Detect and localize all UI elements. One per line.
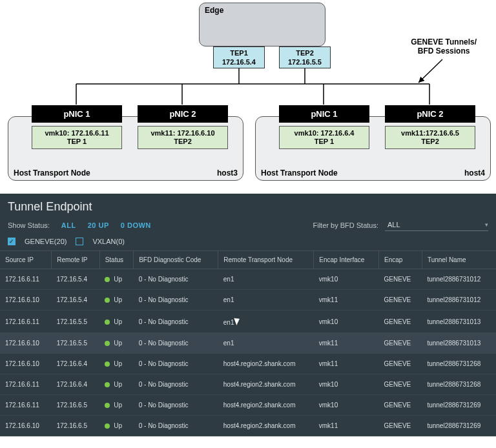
table-cell: Up — [99, 311, 134, 333]
table-cell: 0 - No Diagnostic — [134, 374, 218, 395]
tunnel-endpoint-panel: Tunnel Endpoint Show Status: ALL 20 UP 0… — [0, 194, 496, 436]
filter-down-button[interactable]: 0 DOWN — [121, 221, 151, 229]
table-cell: 172.16.6.10 — [0, 416, 52, 436]
table-row[interactable]: 172.16.6.11172.16.5.4Up0 - No Diagnostic… — [0, 269, 496, 290]
table-cell: 0 - No Diagnostic — [134, 354, 218, 374]
status-up-icon — [105, 423, 110, 429]
table-cell: vmk10 — [314, 374, 379, 395]
status-up-icon — [105, 277, 110, 282]
table-cell: 172.16.6.4 — [52, 354, 99, 374]
table-cell: GENEVE — [379, 395, 422, 416]
table-cell: 172.16.6.5 — [52, 416, 99, 436]
table-cell: 172.16.6.10 — [0, 290, 52, 311]
bfd-filter-value: ALL — [388, 221, 400, 229]
table-cell: host4.region2.shank.com — [218, 395, 314, 416]
geneve-checkbox-label: GENEVE(20) — [25, 238, 67, 245]
status-up-icon — [105, 298, 110, 303]
col-remote-ip[interactable]: Remote IP — [52, 251, 99, 269]
table-cell: tunnel2886731269 — [422, 395, 496, 416]
table-cell: vmk10 — [314, 395, 379, 416]
panel-title: Tunnel Endpoint — [0, 194, 496, 216]
col-status[interactable]: Status — [99, 251, 134, 269]
table-cell: Up — [99, 416, 134, 436]
table-cell: tunnel2886731268 — [422, 374, 496, 395]
status-up-icon — [105, 403, 110, 408]
table-cell: GENEVE — [379, 269, 422, 290]
geneve-checkbox[interactable]: ✓ — [8, 238, 16, 245]
table-cell: tunnel2886731013 — [422, 311, 496, 333]
filter-up-button[interactable]: 20 UP — [88, 221, 109, 229]
table-cell: tunnel2886731269 — [422, 416, 496, 436]
table-cell: vmk11 — [314, 290, 379, 311]
table-row[interactable]: 172.16.6.10172.16.5.5Up0 - No Diagnostic… — [0, 333, 496, 354]
table-header-row: Source IP Remote IP Status BFD Diagnosti… — [0, 251, 496, 269]
status-up-icon — [105, 341, 110, 346]
table-cell: en1 — [218, 333, 314, 354]
table-cell: host4.region2.shank.com — [218, 416, 314, 436]
table-cell: 172.16.6.11 — [0, 269, 52, 290]
col-encap[interactable]: Encap — [379, 251, 422, 269]
table-cell: host4.region2.shank.com — [218, 354, 314, 374]
table-cell: 0 - No Diagnostic — [134, 290, 218, 311]
host3-label: Host Transport Node — [14, 168, 90, 178]
col-remote-node[interactable]: Remote Transport Node — [218, 251, 314, 269]
table-cell: 0 - No Diagnostic — [134, 333, 218, 354]
table-cell: Up — [99, 269, 134, 290]
col-source-ip[interactable]: Source IP — [0, 251, 52, 269]
tunnels-annotation: GENEVE Tunnels/ BFD Sessions — [411, 37, 477, 56]
table-cell: vmk11 — [314, 416, 379, 436]
table-cell: 172.16.6.11 — [0, 395, 52, 416]
table-cell: vmk11 — [314, 333, 379, 354]
col-tunnel-name[interactable]: Tunnel Name — [422, 251, 496, 269]
host4-box: pNIC 1 vmk10: 172.16.6.4 TEP 1 pNIC 2 vm… — [255, 116, 491, 181]
table-cell: GENEVE — [379, 311, 422, 333]
col-bfd-code[interactable]: BFD Diagnostic Code — [134, 251, 218, 269]
tep1-label: TEP1 — [230, 49, 248, 57]
tep2-ip: 172.16.5.5 — [288, 58, 322, 66]
topology-diagram: Edge TEP1 172.16.5.4 TEP2 172.16.5.5 GEN… — [0, 0, 496, 194]
col-encap-iface[interactable]: Encap Interface — [314, 251, 379, 269]
host3-vmk11: vmk11: 172.16.6.10 TEP2 — [138, 126, 228, 149]
encap-checkboxes: ✓ GENEVE(20) VXLAN(0) — [0, 238, 496, 250]
host3-vmk10: vmk10: 172.16.6.11 TEP 1 — [32, 126, 122, 149]
table-cell: Up — [99, 354, 134, 374]
table-cell: GENEVE — [379, 290, 422, 311]
bfd-filter-select[interactable]: ALL ▾ — [385, 219, 488, 231]
table-cell: GENEVE — [379, 416, 422, 436]
table-cell: tunnel2886731013 — [422, 333, 496, 354]
table-row[interactable]: 172.16.6.11172.16.5.5Up0 - No Diagnostic… — [0, 311, 496, 333]
table-cell: Up — [99, 374, 134, 395]
tunnel-table: Source IP Remote IP Status BFD Diagnosti… — [0, 250, 496, 436]
bfd-filter-label: Filter by BFD Status: — [313, 221, 378, 229]
table-cell: vmk10 — [314, 311, 379, 333]
status-up-icon — [105, 382, 110, 387]
table-cell: Up — [99, 395, 134, 416]
table-cell: 172.16.5.5 — [52, 333, 99, 354]
table-cell: GENEVE — [379, 354, 422, 374]
edge-label: Edge — [205, 6, 223, 15]
table-row[interactable]: 172.16.6.11172.16.6.5Up0 - No Diagnostic… — [0, 395, 496, 416]
table-cell: 172.16.6.10 — [0, 354, 52, 374]
status-up-icon — [105, 361, 110, 367]
tep2-label: TEP2 — [296, 49, 314, 57]
table-cell: tunnel2886731012 — [422, 269, 496, 290]
filter-all-button[interactable]: ALL — [61, 221, 76, 229]
table-row[interactable]: 172.16.6.10172.16.5.4Up0 - No Diagnostic… — [0, 290, 496, 311]
edge-node: Edge — [199, 3, 326, 46]
host4-vmk10: vmk10: 172.16.6.4 TEP 1 — [279, 126, 369, 149]
table-cell: 0 - No Diagnostic — [134, 416, 218, 436]
table-cell: vmk10 — [314, 269, 379, 290]
table-row[interactable]: 172.16.6.11172.16.6.4Up0 - No Diagnostic… — [0, 374, 496, 395]
table-cell: 172.16.5.5 — [52, 311, 99, 333]
table-cell: en1 — [218, 290, 314, 311]
table-cell: 172.16.6.11 — [0, 311, 52, 333]
host4-pnic1: pNIC 1 — [279, 105, 369, 123]
status-up-icon — [105, 320, 110, 325]
chevron-down-icon: ▾ — [485, 221, 488, 228]
table-cell: 0 - No Diagnostic — [134, 311, 218, 333]
show-status-label: Show Status: — [8, 221, 50, 229]
table-row[interactable]: 172.16.6.10172.16.6.5Up0 - No Diagnostic… — [0, 416, 496, 436]
table-row[interactable]: 172.16.6.10172.16.6.4Up0 - No Diagnostic… — [0, 354, 496, 374]
vxlan-checkbox[interactable] — [76, 238, 83, 245]
table-cell: Up — [99, 290, 134, 311]
